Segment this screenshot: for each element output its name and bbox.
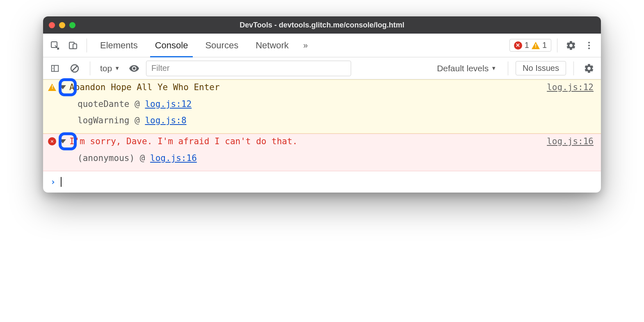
- warning-count: 1: [542, 41, 547, 50]
- divider: [508, 61, 508, 75]
- stack-link[interactable]: log.js:16: [150, 153, 197, 163]
- error-count: 1: [525, 41, 529, 50]
- expand-toggle-icon[interactable]: [59, 139, 66, 143]
- maximize-window-button[interactable]: [69, 22, 75, 28]
- divider: [87, 39, 87, 52]
- main-tabsbar: Elements Console Sources Network » ✕ 1 1: [43, 34, 601, 57]
- chevron-down-icon: ▼: [491, 65, 496, 71]
- log-levels-selector[interactable]: Default levels ▼: [433, 63, 500, 73]
- source-link[interactable]: log.js:12: [547, 82, 594, 92]
- console-settings-icon[interactable]: [581, 61, 597, 76]
- sidebar-toggle-icon[interactable]: [47, 61, 63, 76]
- warning-icon: [48, 84, 56, 91]
- stack-frame: (anonymous) @ log.js:16: [78, 150, 594, 167]
- stack-trace: (anonymous) @ log.js:16: [48, 150, 594, 167]
- stack-fn: quoteDante: [78, 99, 129, 109]
- close-window-button[interactable]: [49, 22, 55, 28]
- console-message-warning: Abandon Hope All Ye Who Enter log.js:12 …: [43, 79, 601, 134]
- stack-link[interactable]: log.js:8: [145, 116, 186, 125]
- stack-frame: logWarning @ log.js:8: [78, 113, 594, 129]
- text-cursor: [61, 177, 62, 187]
- minimize-window-button[interactable]: [59, 22, 65, 28]
- live-expression-icon[interactable]: [126, 61, 142, 76]
- chevron-down-icon: ▼: [114, 65, 120, 71]
- divider: [90, 61, 90, 75]
- stack-fn: logWarning: [78, 116, 129, 125]
- more-tabs-button[interactable]: »: [299, 41, 313, 50]
- console-prompt[interactable]: ›: [43, 171, 601, 193]
- settings-icon[interactable]: [563, 38, 579, 53]
- stack-link[interactable]: log.js:12: [145, 99, 192, 109]
- context-selector[interactable]: top ▼: [98, 63, 122, 73]
- inspect-element-icon[interactable]: [47, 38, 63, 53]
- tab-sources[interactable]: Sources: [198, 34, 246, 57]
- console-message-error: ✕ I'm sorry, Dave. I'm afraid I can't do…: [43, 134, 601, 171]
- tab-elements[interactable]: Elements: [93, 34, 145, 57]
- kebab-menu-icon[interactable]: [581, 38, 597, 53]
- source-link[interactable]: log.js:16: [547, 136, 594, 146]
- context-label: top: [100, 63, 112, 73]
- svg-point-4: [588, 45, 590, 46]
- svg-point-5: [588, 48, 590, 49]
- tab-console[interactable]: Console: [148, 34, 196, 57]
- console-toolbar: top ▼ Default levels ▼ No Issues: [43, 57, 601, 79]
- issues-button[interactable]: No Issues: [516, 61, 566, 75]
- divider: [573, 61, 574, 75]
- svg-line-9: [72, 66, 77, 71]
- error-icon: ✕: [48, 137, 56, 145]
- expand-toggle-icon[interactable]: [59, 85, 66, 89]
- tab-network[interactable]: Network: [248, 34, 296, 57]
- device-toolbar-icon[interactable]: [65, 38, 81, 53]
- stack-frame: quoteDante @ log.js:12: [78, 96, 594, 113]
- issue-badges[interactable]: ✕ 1 1: [509, 39, 551, 52]
- svg-rect-6: [52, 65, 59, 71]
- message-text: I'm sorry, Dave. I'm afraid I can't do t…: [69, 136, 297, 146]
- error-icon: ✕: [514, 41, 522, 50]
- window-controls: [49, 22, 75, 28]
- prompt-caret-icon: ›: [50, 177, 56, 187]
- warning-icon: [532, 42, 540, 49]
- stack-trace: quoteDante @ log.js:12 logWarning @ log.…: [48, 96, 594, 129]
- window-title: DevTools - devtools.glitch.me/console/lo…: [43, 21, 601, 29]
- stack-fn: (anonymous): [78, 153, 135, 163]
- svg-point-3: [588, 42, 590, 43]
- filter-input[interactable]: [146, 61, 351, 76]
- svg-rect-2: [73, 44, 77, 49]
- levels-label: Default levels: [437, 63, 489, 73]
- message-text: Abandon Hope All Ye Who Enter: [69, 82, 220, 92]
- divider: [557, 39, 557, 52]
- clear-console-icon[interactable]: [67, 61, 82, 76]
- titlebar: DevTools - devtools.glitch.me/console/lo…: [43, 16, 601, 34]
- devtools-window: DevTools - devtools.glitch.me/console/lo…: [43, 16, 601, 193]
